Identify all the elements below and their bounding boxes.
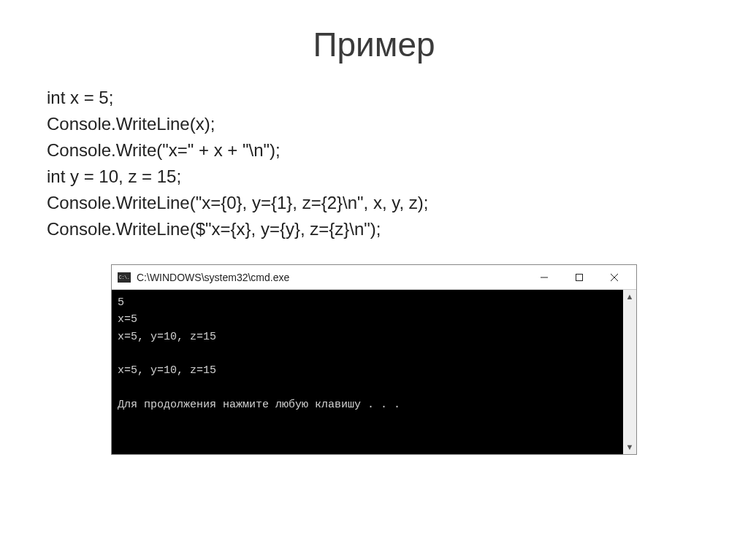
code-line: Console.WriteLine("x={0}, y={1}, z={2}\n…	[47, 190, 704, 216]
console-output: 5 x=5 x=5, y=10, z=15 x=5, y=10, z=15 Дл…	[112, 290, 623, 454]
scroll-up-icon[interactable]: ▲	[626, 291, 634, 302]
code-line: Console.WriteLine(x);	[47, 111, 704, 137]
code-line: int y = 10, z = 15;	[47, 164, 704, 190]
code-example: int x = 5; Console.WriteLine(x); Console…	[47, 85, 704, 242]
scroll-down-icon[interactable]: ▼	[626, 442, 634, 453]
close-button[interactable]	[597, 266, 632, 288]
close-icon	[610, 273, 619, 282]
slide: Пример int x = 5; Console.WriteLine(x); …	[0, 0, 748, 560]
maximize-button[interactable]	[562, 266, 597, 288]
maximize-icon	[575, 273, 584, 282]
window-titlebar[interactable]: C:\. C:\WINDOWS\system32\cmd.exe	[112, 265, 636, 290]
cmd-window: C:\. C:\WINDOWS\system32\cmd.exe 5 x=5 x…	[111, 264, 637, 455]
console-body: 5 x=5 x=5, y=10, z=15 x=5, y=10, z=15 Дл…	[112, 290, 636, 454]
minimize-icon	[540, 273, 549, 282]
code-line: Console.Write("x=" + x + "\n");	[47, 137, 704, 164]
scrollbar[interactable]: ▲ ▼	[623, 290, 636, 454]
cmd-icon: C:\.	[118, 272, 131, 283]
code-line: Console.WriteLine($"x={x}, y={y}, z={z}\…	[47, 216, 704, 242]
code-line: int x = 5;	[47, 85, 704, 111]
slide-title: Пример	[44, 25, 704, 64]
svg-rect-1	[576, 274, 583, 280]
window-controls	[527, 266, 632, 288]
minimize-button[interactable]	[527, 266, 562, 288]
window-title: C:\WINDOWS\system32\cmd.exe	[137, 272, 527, 283]
